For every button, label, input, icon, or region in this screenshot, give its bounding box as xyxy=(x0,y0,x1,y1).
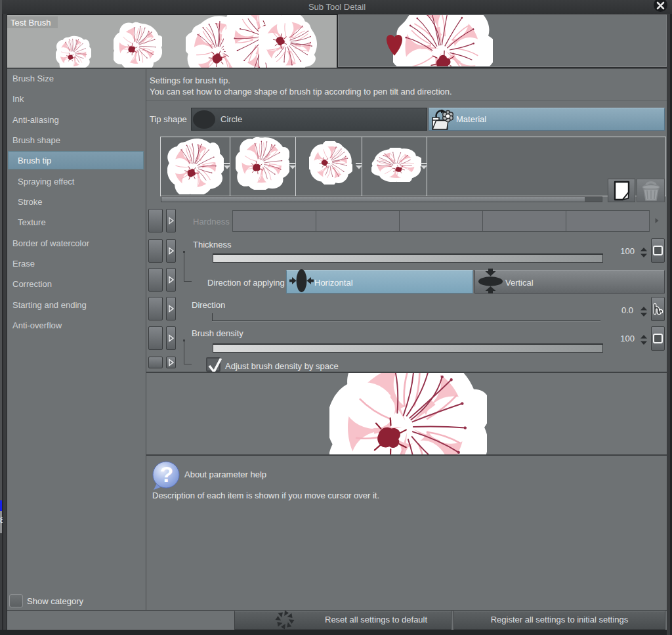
svg-text:?: ? xyxy=(160,462,174,487)
